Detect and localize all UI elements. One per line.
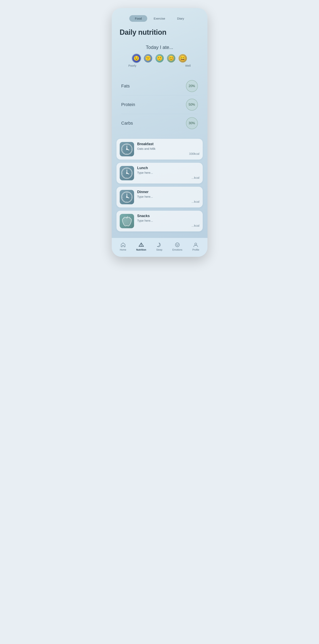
tab-food[interactable]: Food (129, 15, 147, 22)
phone-frame: Food Exercise Diary Daily nutrition Toda… (112, 8, 208, 257)
lunch-title: Lunch (137, 166, 200, 170)
emoji-poorly[interactable]: 😟 (132, 54, 141, 62)
tab-diary[interactable]: Diary (172, 15, 190, 22)
today-section: Today I ate... 😟 😕 🙂 😊 😄 Poorly Well (112, 41, 208, 72)
page-title: Daily nutrition (112, 25, 208, 41)
svg-text:9: 9 (122, 173, 123, 174)
nav-profile[interactable]: Profile (190, 241, 202, 252)
today-title: Today I ate... (120, 44, 200, 50)
nav-home-label: Home (120, 248, 126, 251)
dinner-icon: 12 6 3 9 (120, 190, 134, 204)
phone-content: Food Exercise Diary Daily nutrition Toda… (112, 8, 208, 257)
tab-exercise[interactable]: Exercise (148, 15, 171, 22)
meal-card-snacks[interactable]: Snacks Type here... ...kcal (116, 211, 203, 232)
nav-profile-label: Profile (192, 248, 199, 251)
macro-carbs-badge: 30% (186, 117, 198, 129)
macro-protein-label: Protein (121, 102, 135, 107)
svg-point-22 (126, 197, 127, 198)
home-icon (120, 242, 126, 248)
svg-text:9: 9 (122, 149, 123, 150)
macro-fats-badge: 20% (186, 80, 198, 92)
breakfast-title: Breakfast (137, 142, 200, 146)
nav-sleep[interactable]: Sleep (154, 241, 165, 252)
nav-nutrition-label: Nutrition (136, 248, 146, 251)
emoji-somewhat-poorly[interactable]: 😕 (144, 54, 152, 62)
svg-point-30 (177, 244, 177, 244)
svg-point-31 (178, 244, 178, 244)
svg-point-29 (175, 243, 179, 247)
nav-emotions[interactable]: Emotions (170, 241, 185, 252)
nav-home[interactable]: Home (117, 241, 129, 252)
top-tabs: Food Exercise Diary (112, 13, 208, 25)
nav-emotions-label: Emotions (172, 248, 182, 251)
emoji-labels: Poorly Well (128, 64, 192, 67)
svg-text:3: 3 (131, 197, 131, 198)
svg-text:3: 3 (131, 173, 131, 174)
svg-text:12: 12 (126, 192, 127, 193)
emoji-neutral[interactable]: 🙂 (155, 54, 164, 62)
emoji-well[interactable]: 😄 (179, 54, 187, 62)
dinner-desc[interactable]: Type here... (137, 195, 200, 198)
dinner-info: Dinner Type here... ...kcal (137, 190, 200, 203)
lunch-desc[interactable]: Type here... (137, 171, 200, 174)
breakfast-desc[interactable]: Oats and Milk (137, 147, 200, 150)
nav-nutrition[interactable]: Nutrition (134, 241, 149, 252)
svg-text:12: 12 (126, 144, 127, 145)
macro-fats-label: Fats (121, 84, 130, 89)
snacks-desc[interactable]: Type here... (137, 219, 200, 222)
breakfast-info: Breakfast Oats and Milk 330kcal (137, 142, 200, 155)
dinner-kcal: ...kcal (137, 200, 200, 203)
snacks-icon (120, 214, 134, 228)
breakfast-icon: 12 6 3 9 (120, 142, 134, 156)
emoji-row: 😟 😕 🙂 😊 😄 (120, 54, 200, 62)
meals-section: 12 6 3 9 Breakfast Oats and Milk 330kcal (112, 137, 208, 233)
snacks-kcal: ...kcal (137, 224, 200, 227)
lunch-info: Lunch Type here... ...kcal (137, 166, 200, 179)
emoji-label-well: Well (185, 64, 191, 67)
nav-sleep-label: Sleep (156, 248, 162, 251)
lunch-kcal: ...kcal (137, 176, 200, 179)
emotions-icon (175, 242, 180, 248)
macro-carbs-row: Carbs 30% (121, 114, 198, 132)
macro-fats-row: Fats 20% (121, 77, 198, 96)
lunch-icon: 12 6 3 9 (120, 166, 134, 180)
meal-card-dinner[interactable]: 12 6 3 9 Dinner Type here... ...kcal (116, 187, 203, 208)
sleep-icon (156, 242, 162, 248)
svg-point-13 (126, 173, 127, 174)
meal-card-lunch[interactable]: 12 6 3 9 Lunch Type here... ...kcal (116, 163, 203, 184)
meal-card-breakfast[interactable]: 12 6 3 9 Breakfast Oats and Milk 330kcal (116, 139, 203, 160)
macros-section: Fats 20% Protein 50% Carbs 30% (112, 72, 208, 137)
macro-protein-row: Protein 50% (121, 96, 198, 114)
snacks-title: Snacks (137, 214, 200, 218)
bottom-nav: Home Nutrition Sleep (112, 238, 208, 257)
svg-point-4 (126, 149, 127, 150)
snacks-info: Snacks Type here... ...kcal (137, 214, 200, 227)
nutrition-icon (138, 242, 144, 248)
svg-text:3: 3 (131, 149, 131, 150)
emoji-label-poorly: Poorly (128, 64, 136, 67)
profile-icon (193, 242, 199, 248)
svg-point-32 (195, 243, 197, 245)
macro-protein-badge: 50% (186, 99, 198, 111)
svg-text:9: 9 (122, 197, 123, 198)
breakfast-kcal: 330kcal (137, 152, 200, 155)
dinner-title: Dinner (137, 190, 200, 194)
emoji-good[interactable]: 😊 (167, 54, 175, 62)
svg-text:12: 12 (126, 168, 127, 169)
macro-carbs-label: Carbs (121, 120, 133, 126)
